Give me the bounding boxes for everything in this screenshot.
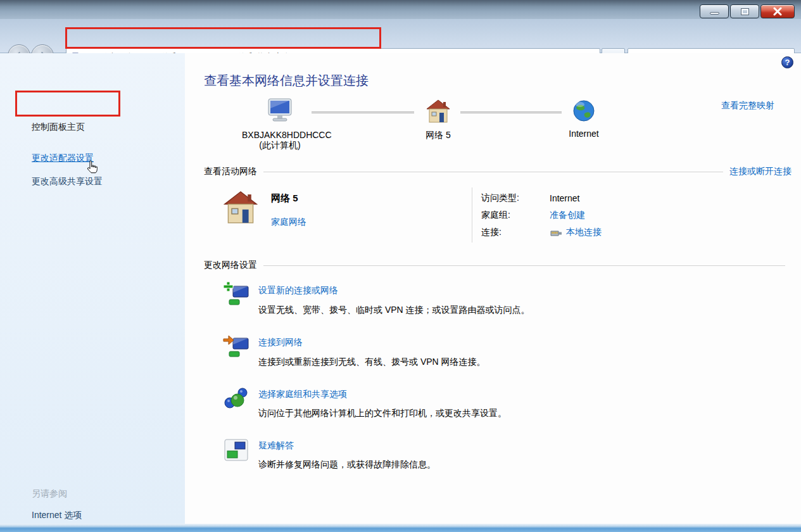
minimize-icon [710,12,719,15]
connections-row: 连接: 本地连接 [481,227,785,238]
map-network-label: 网络 5 [410,130,467,141]
see-full-map-link[interactable]: 查看完整映射 [721,100,774,111]
change-settings-header-text: 更改网络设置 [204,260,257,271]
section-divider-line [263,265,785,266]
house-icon [426,99,451,124]
computer-icon [265,98,295,124]
troubleshoot-icon [223,437,249,464]
task-choose-homegroup-link[interactable]: 选择家庭组和共享选项 [258,389,347,400]
active-network-icon-wrap[interactable] [223,190,258,227]
close-button[interactable] [760,4,795,18]
section-divider-line [263,172,723,172]
map-node-internet[interactable]: Internet [555,99,612,139]
task-troubleshoot-link[interactable]: 疑难解答 [258,440,294,452]
task-troubleshoot-desc: 诊断并修复网络问题，或获得故障排除信息。 [258,459,436,471]
ethernet-icon [550,229,562,237]
hand-cursor-icon [85,160,100,176]
close-icon [773,7,783,16]
window-controls [698,4,795,18]
help-icon[interactable]: ? [781,56,793,68]
active-network-name: 网络 5 [271,193,298,205]
task-setup-new-connection-desc: 设置无线、宽带、拨号、临时或 VPN 连接；或设置路由器或访问点。 [258,305,530,316]
minimize-button[interactable] [700,4,729,18]
map-internet-label: Internet [555,129,612,139]
task-connect-to-network-link[interactable]: 连接到网络 [258,337,303,348]
computer-name-label: BXBJAKK8HDDHCCC [242,130,318,140]
active-network-divider [472,187,472,243]
map-node-computer[interactable]: BXBJAKK8HDDHCCC (此计算机) [242,98,318,151]
local-area-connection-link[interactable]: 本地连接 [566,227,602,238]
main-pane: ? 查看基本网络信息并设置连接 BXBJAKK8HDDHCCC (此计算机) 网… [185,53,801,524]
sidebar-item-control-panel-home[interactable]: 控制面板主页 [32,122,85,133]
map-connection-line [312,111,414,113]
map-connection-line [460,111,562,113]
window-bottom-edge [0,524,801,532]
maximize-button[interactable] [730,4,759,18]
connections-label: 连接: [481,227,550,238]
sidebar-see-also-header: 另请参阅 [32,488,67,500]
maximize-icon [741,9,748,15]
task-choose-homegroup-desc: 访问位于其他网络计算机上的文件和打印机，或更改共享设置。 [258,408,507,419]
active-networks-header-text: 查看活动网络 [204,166,257,177]
access-type-row: 访问类型: Internet [481,193,785,204]
sidebar-item-change-advanced-sharing[interactable]: 更改高级共享设置 [32,176,103,187]
access-type-label: 访问类型: [481,193,550,204]
homegroup-sharing-icon [223,385,249,412]
sidebar: 控制面板主页 更改适配器设置 更改高级共享设置 另请参阅 Internet 选项… [0,53,185,524]
address-band: ▶ 控制面板 ▶ 网络和 Internet ▶ 网络和共享中心 [0,19,801,53]
active-network-type-link[interactable]: 家庭网络 [271,217,306,228]
new-connection-icon [223,281,249,308]
task-setup-new-connection-link[interactable]: 设置新的连接或网络 [258,285,338,296]
page-title: 查看基本网络信息并设置连接 [204,72,369,89]
access-type-value: Internet [550,193,579,203]
sidebar-item-internet-options[interactable]: Internet 选项 [32,510,82,521]
connect-to-network-icon [223,333,249,360]
task-connect-to-network-desc: 连接到或重新连接到无线、有线、拨号或 VPN 网络连接。 [258,357,486,368]
connect-disconnect-link[interactable]: 连接或断开连接 [729,166,792,177]
homegroup-row: 家庭组: 准备创建 [481,210,785,221]
homegroup-ready-link[interactable]: 准备创建 [550,210,585,221]
map-node-network[interactable]: 网络 5 [410,99,467,141]
change-settings-section-header: 更改网络设置 [204,260,792,271]
active-networks-section-header: 查看活动网络 连接或断开连接 [204,166,792,177]
title-bar [0,0,801,19]
computer-note-label: (此计算机) [242,140,318,151]
globe-icon [572,99,596,123]
house-icon [223,190,258,225]
homegroup-label: 家庭组: [481,210,550,221]
